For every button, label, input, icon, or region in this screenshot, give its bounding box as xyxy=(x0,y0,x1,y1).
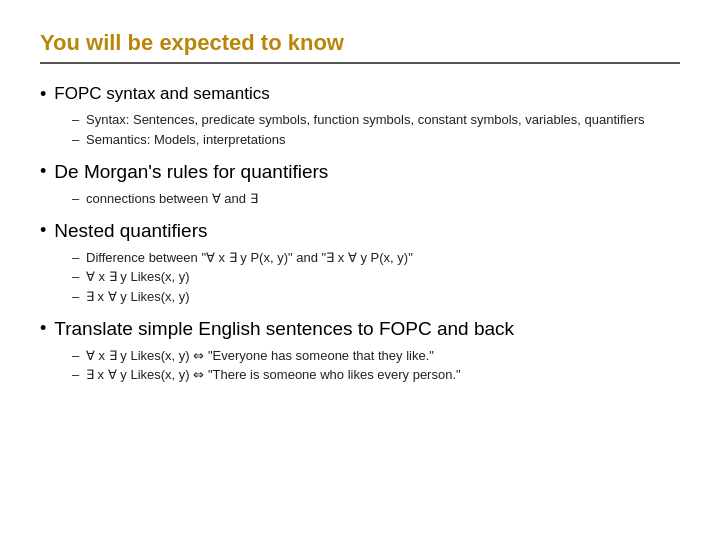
nested-sub-list: Difference between "∀ x ∃ y P(x, y)" and… xyxy=(40,248,680,307)
translate-sub-item-0: ∀ x ∃ y Likes(x, y) ⇔ "Everyone has some… xyxy=(72,346,680,366)
translate-sub-list: ∀ x ∃ y Likes(x, y) ⇔ "Everyone has some… xyxy=(40,346,680,385)
bullet-icon-demorgan: • xyxy=(40,159,46,184)
page-title: You will be expected to know xyxy=(40,30,680,56)
demorgan-label: De Morgan's rules for quantifiers xyxy=(54,159,328,186)
nested-sub-item-1: ∀ x ∃ y Likes(x, y) xyxy=(72,267,680,287)
translate-sub-item-1: ∃ x ∀ y Likes(x, y) ⇔ "There is someone … xyxy=(72,365,680,385)
fopc-sub-item-0: Syntax: Sentences, predicate symbols, fu… xyxy=(72,110,680,130)
fopc-sub-item-1: Semantics: Models, interpretations xyxy=(72,130,680,150)
list-item-translate: • Translate simple English sentences to … xyxy=(40,316,680,385)
nested-label: Nested quantifiers xyxy=(54,218,207,245)
bullet-icon-translate: • xyxy=(40,316,46,341)
title-divider xyxy=(40,62,680,64)
nested-sub-item-0: Difference between "∀ x ∃ y P(x, y)" and… xyxy=(72,248,680,268)
demorgan-sub-list: connections between ∀ and ∃ xyxy=(40,189,680,209)
nested-sub-item-2: ∃ x ∀ y Likes(x, y) xyxy=(72,287,680,307)
demorgan-sub-item-0: connections between ∀ and ∃ xyxy=(72,189,680,209)
list-item-demorgan: • De Morgan's rules for quantifiers conn… xyxy=(40,159,680,208)
list-item-nested: • Nested quantifiers Difference between … xyxy=(40,218,680,306)
fopc-label: FOPC syntax and semantics xyxy=(54,82,269,106)
list-item-fopc: • FOPC syntax and semantics Syntax: Sent… xyxy=(40,82,680,149)
bullet-icon-fopc: • xyxy=(40,82,46,107)
fopc-sub-list: Syntax: Sentences, predicate symbols, fu… xyxy=(40,110,680,149)
main-content-list: • FOPC syntax and semantics Syntax: Sent… xyxy=(40,82,680,385)
translate-label: Translate simple English sentences to FO… xyxy=(54,316,514,343)
bullet-icon-nested: • xyxy=(40,218,46,243)
